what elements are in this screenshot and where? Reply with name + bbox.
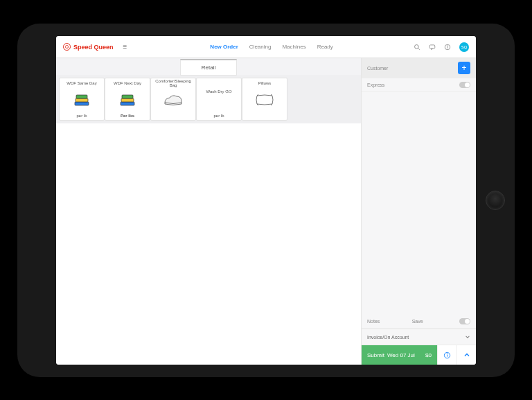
tablet-frame: Speed Queen ≡ New Order Cleaning Machine… xyxy=(17,24,515,377)
comforter-icon xyxy=(163,88,184,112)
payment-select[interactable]: Invoice/On Account xyxy=(362,329,476,345)
submit-date: Wed 07 Jul xyxy=(387,352,415,358)
app-screen: Speed Queen ≡ New Order Cleaning Machine… xyxy=(56,36,476,365)
chevron-down-icon xyxy=(465,334,470,340)
tile-pillows[interactable]: Pillows xyxy=(242,78,287,121)
main-area: Retail WDF Same Day per lb WDF Next Day xyxy=(56,58,361,365)
info-icon[interactable] xyxy=(444,44,451,51)
add-customer-button[interactable]: + xyxy=(458,62,470,74)
tile-title: WDF Next Day xyxy=(112,78,143,88)
tile-footer: per lb xyxy=(76,112,87,120)
tile-wash-dry-go[interactable]: Wash Dry GO per lb xyxy=(196,78,242,121)
tile-footer: Per lbs xyxy=(121,112,134,120)
home-button[interactable] xyxy=(486,191,505,210)
submit-amount: $0 xyxy=(425,352,432,358)
tile-wdf-next-day[interactable]: WDF Next Day Per lbs xyxy=(105,78,150,121)
category-tabbar: Retail xyxy=(56,58,361,75)
svg-rect-3 xyxy=(429,44,435,48)
customer-label: Customer xyxy=(367,66,388,71)
save-label: Save xyxy=(412,319,423,324)
nav-machines[interactable]: Machines xyxy=(282,44,305,50)
svg-rect-8 xyxy=(76,98,88,102)
submit-bar: Submit Wed 07 Jul $0 xyxy=(362,345,476,365)
chat-icon[interactable] xyxy=(429,44,436,51)
express-toggle[interactable] xyxy=(459,82,470,88)
folded-stack-icon xyxy=(118,88,137,112)
notes-label: Notes xyxy=(367,319,380,324)
top-nav: New Order Cleaning Machines Ready xyxy=(210,44,332,50)
tile-title: Comforter/Sleeping Bag xyxy=(151,78,195,88)
tab-retail[interactable]: Retail xyxy=(180,59,237,76)
svg-point-0 xyxy=(65,45,68,48)
tile-title: WDF Same Day xyxy=(65,78,98,88)
avatar[interactable]: SQ xyxy=(459,42,469,52)
customer-row: Customer + xyxy=(362,58,476,78)
tile-title: Pillows xyxy=(257,78,273,88)
svg-rect-7 xyxy=(75,102,89,105)
express-row: Express xyxy=(362,78,476,92)
nav-new-order[interactable]: New Order xyxy=(210,44,238,50)
brand-icon xyxy=(63,43,71,51)
pillow-icon xyxy=(254,88,275,112)
brand-name: Speed Queen xyxy=(73,44,114,51)
menu-icon[interactable]: ≡ xyxy=(123,43,127,51)
submit-label: Submit xyxy=(367,352,384,358)
topbar: Speed Queen ≡ New Order Cleaning Machine… xyxy=(56,36,476,58)
nav-cleaning[interactable]: Cleaning xyxy=(249,44,272,50)
folded-stack-icon xyxy=(72,88,91,112)
svg-point-6 xyxy=(447,45,448,46)
svg-line-2 xyxy=(418,48,420,49)
submit-button[interactable]: Submit Wed 07 Jul $0 xyxy=(362,345,437,365)
brand-logo: Speed Queen xyxy=(63,43,114,51)
order-items-area xyxy=(362,92,476,315)
express-label: Express xyxy=(367,82,384,87)
payment-label: Invoice/On Account xyxy=(367,335,409,340)
notes-row: Notes Save xyxy=(362,315,476,329)
main-content xyxy=(56,123,361,365)
topbar-actions: SQ xyxy=(414,42,469,52)
submit-info-button[interactable] xyxy=(437,345,456,365)
submit-expand-button[interactable] xyxy=(456,345,476,365)
tile-title: Wash Dry GO xyxy=(204,87,233,96)
svg-rect-9 xyxy=(76,95,87,98)
svg-point-1 xyxy=(415,44,419,49)
search-icon[interactable] xyxy=(414,44,420,51)
tile-wdf-same-day[interactable]: WDF Same Day per lb xyxy=(59,78,105,121)
tile-footer: per lb xyxy=(213,112,224,120)
product-tiles: WDF Same Day per lb WDF Next Day Per lbs xyxy=(56,75,361,123)
svg-rect-10 xyxy=(121,102,134,105)
order-sidebar: Customer + Express Notes Save Invoice/On… xyxy=(361,58,476,365)
save-toggle[interactable] xyxy=(459,318,470,324)
nav-ready[interactable]: Ready xyxy=(317,44,333,50)
tile-comforter[interactable]: Comforter/Sleeping Bag xyxy=(150,78,196,121)
svg-rect-11 xyxy=(121,98,134,102)
svg-point-15 xyxy=(447,353,447,354)
svg-rect-12 xyxy=(122,95,133,98)
